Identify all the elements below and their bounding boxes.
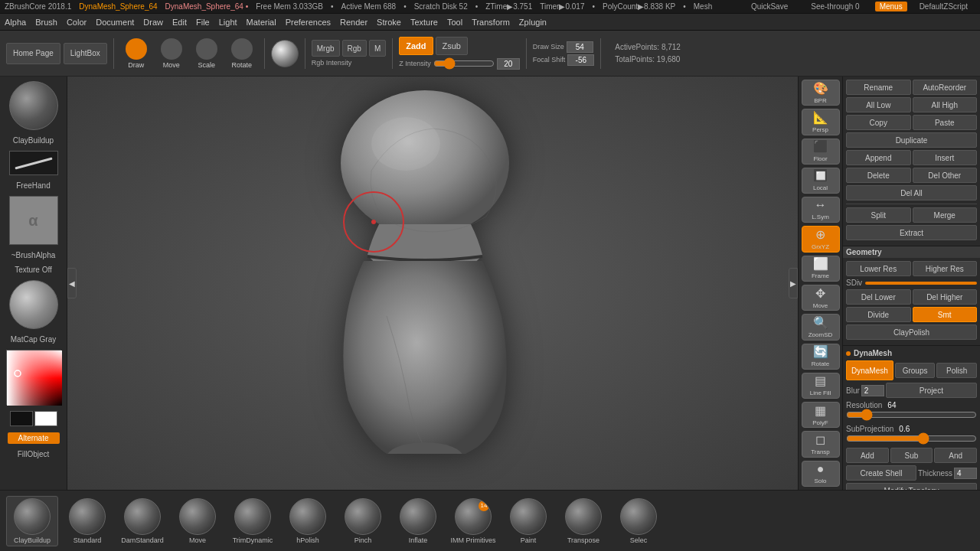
rename-button[interactable]: Rename	[846, 80, 911, 95]
split-button[interactable]: Split	[846, 207, 911, 223]
alpha-label[interactable]: ~BrushAlpha	[11, 251, 56, 259]
menu-item-stroke[interactable]: Stroke	[377, 18, 401, 27]
and-button[interactable]: And	[934, 448, 977, 463]
sidebar-icon-polyf[interactable]: ▦PolyF	[802, 402, 840, 428]
scale-tool[interactable]: Scale	[191, 34, 223, 73]
merge-button[interactable]: Merge	[913, 207, 978, 223]
brush-item-claybuildup[interactable]: ClayBuildup	[6, 496, 58, 546]
menu-item-tool[interactable]: Tool	[447, 18, 462, 27]
matcap-preview[interactable]	[271, 40, 299, 67]
mrgb-button[interactable]: Mrgb	[312, 40, 340, 57]
groups-button[interactable]: Groups	[895, 363, 936, 378]
brush-label[interactable]: ClayBuildup	[13, 136, 54, 145]
sidebar-icon-grxyz[interactable]: ⊕GrxYZ	[802, 226, 840, 252]
menu-item-alpha[interactable]: Alpha	[5, 18, 26, 27]
menu-item-light[interactable]: Light	[219, 18, 237, 27]
home-page-button[interactable]: Home Page	[6, 43, 60, 64]
lightbox-button[interactable]: LightBox	[64, 43, 107, 64]
see-through[interactable]: See-through 0	[811, 2, 859, 11]
z-intensity-slider[interactable]	[433, 57, 495, 70]
sidebar-icon-frame[interactable]: ⬜Frame	[802, 256, 840, 282]
sidebar-icon-lsym[interactable]: ↔L.Sym	[802, 197, 840, 223]
brush-item-move[interactable]: Move	[172, 497, 224, 546]
nav-arrow-left[interactable]: ◀	[67, 268, 77, 298]
add-button[interactable]: Add	[846, 448, 889, 463]
brush-item-hpolish[interactable]: hPolish	[282, 497, 334, 546]
del-all-button[interactable]: Del All	[846, 185, 977, 201]
color-picker[interactable]	[6, 350, 61, 405]
matcap-thumbnail[interactable]	[9, 280, 58, 329]
rotate-tool[interactable]: Rotate	[226, 34, 258, 73]
menu-item-zplugin[interactable]: Zplugin	[519, 18, 547, 27]
menu-item-edit[interactable]: Edit	[172, 18, 187, 27]
menu-item-render[interactable]: Render	[340, 18, 368, 27]
sidebar-icon-transp[interactable]: ◻Transp	[802, 431, 840, 457]
higher-res-button[interactable]: Higher Res	[913, 261, 978, 276]
brush-item-pinch[interactable]: Pinch	[337, 497, 389, 546]
all-low-button[interactable]: All Low	[846, 97, 911, 112]
insert-button[interactable]: Insert	[913, 150, 978, 165]
brush-item-selec[interactable]: Selec	[612, 497, 665, 546]
viewport[interactable]: ◀ ▶	[67, 77, 798, 490]
stroke-thumbnail[interactable]	[9, 151, 58, 175]
modify-topology-button[interactable]: Modify Topology	[846, 483, 977, 490]
smt-button[interactable]: Smt	[913, 307, 978, 322]
move-tool[interactable]: Move	[155, 34, 188, 73]
rgb-button[interactable]: Rgb	[342, 40, 367, 57]
create-shell-button[interactable]: Create Shell	[846, 465, 916, 481]
brush-thumbnail[interactable]	[9, 81, 58, 130]
menu-item-document[interactable]: Document	[96, 18, 134, 27]
nav-arrow-right[interactable]: ▶	[789, 268, 798, 298]
blur-input[interactable]	[861, 385, 884, 396]
resolution-slider[interactable]	[846, 409, 977, 420]
delete-button[interactable]: Delete	[846, 168, 911, 183]
menu-item-transform[interactable]: Transform	[472, 18, 510, 27]
project-button[interactable]: Project	[886, 383, 977, 398]
dynamesh-button[interactable]: DynaMesh	[846, 360, 893, 380]
menu-item-preferences[interactable]: Preferences	[286, 18, 331, 27]
sidebar-icon-floor[interactable]: ⬛Floor	[802, 139, 840, 165]
m-button[interactable]: M	[369, 40, 386, 57]
stroke-label[interactable]: FreeHand	[16, 181, 50, 190]
del-higher-button[interactable]: Del Higher	[913, 289, 978, 305]
quicksave[interactable]: QuickSave	[751, 2, 788, 11]
clay-polish-button[interactable]: ClayPolish	[846, 324, 977, 340]
subprojection-slider[interactable]	[846, 433, 977, 444]
focal-shift-val[interactable]: -56	[567, 54, 594, 66]
sidebar-icon-persp[interactable]: 📐Persp	[802, 109, 840, 135]
copy-button[interactable]: Copy	[846, 115, 911, 130]
auto-reorder-button[interactable]: AutoReorder	[913, 80, 978, 95]
brush-item-damstandard[interactable]: DamStandard	[116, 497, 168, 546]
sidebar-icon-zoomsd[interactable]: 🔍ZoomSD	[802, 314, 840, 340]
paste-button[interactable]: Paste	[913, 115, 978, 130]
brush-item-inflate[interactable]: Inflate	[392, 497, 444, 546]
alpha-thumbnail[interactable]: α	[9, 196, 58, 245]
menus-btn[interactable]: Menus	[875, 2, 907, 11]
brush-item-trimdynamic[interactable]: TrimDynamic	[227, 497, 279, 546]
color-swatch-white[interactable]	[34, 411, 57, 426]
sidebar-icon-move[interactable]: ✥Move	[802, 285, 840, 311]
sidebar-icon-rotate[interactable]: 🔄Rotate	[802, 344, 840, 370]
duplicate-button[interactable]: Duplicate	[846, 132, 977, 148]
brush-item-transpose[interactable]: Transpose	[557, 497, 609, 546]
all-high-button[interactable]: All High	[913, 97, 978, 112]
sidebar-icon-bpr[interactable]: 🎨BPR	[802, 80, 840, 106]
menu-item-texture[interactable]: Texture	[410, 18, 438, 27]
alternate-button[interactable]: Alternate	[8, 432, 60, 444]
menu-item-file[interactable]: File	[196, 18, 210, 27]
menu-item-color[interactable]: Color	[67, 18, 87, 27]
brush-item-paint[interactable]: Paint	[502, 497, 554, 546]
append-button[interactable]: Append	[846, 150, 911, 165]
menu-item-draw[interactable]: Draw	[143, 18, 163, 27]
del-lower-button[interactable]: Del Lower	[846, 289, 911, 305]
zsub-button[interactable]: Zsub	[436, 37, 468, 55]
polish-button[interactable]: Polish	[936, 363, 977, 378]
sidebar-icon-solo[interactable]: ●Solo	[802, 461, 840, 487]
color-swatch-black[interactable]	[10, 411, 33, 426]
texture-off-label[interactable]: Texture Off	[15, 266, 52, 274]
thickness-input[interactable]	[954, 468, 977, 479]
sidebar-icon-local[interactable]: 🔲Local	[802, 168, 840, 194]
fillobj-label[interactable]: FillObject	[18, 450, 50, 458]
extract-button[interactable]: Extract	[846, 225, 977, 240]
divide-button[interactable]: Divide	[846, 307, 911, 322]
